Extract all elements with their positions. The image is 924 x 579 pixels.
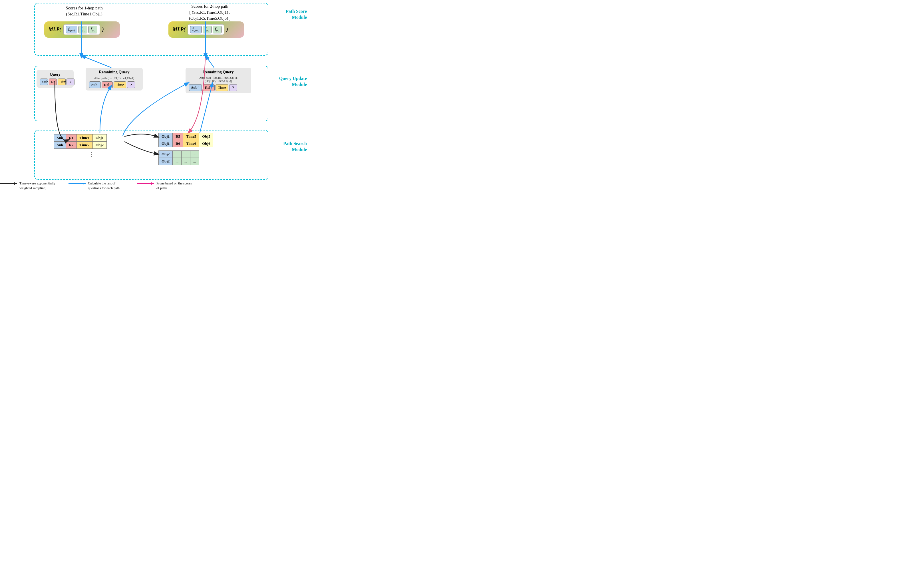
mlp1-features: fqmd fac fpc xyxy=(64,24,100,35)
mlp1-text: MLP( xyxy=(49,26,61,33)
token-sub-1: Sub xyxy=(40,79,48,85)
path-score-label: Path Score Module xyxy=(273,8,307,21)
token-rel-3: Rel" xyxy=(202,84,215,91)
query-update-label: Query Update Module xyxy=(273,76,307,88)
path-table-1: Sub R1 Time1 Obj1 Sub R2 Time2 Obj2 xyxy=(54,134,107,149)
query1-tokens: Sub Rel Time ? xyxy=(40,79,70,85)
query2-subtitle: After path (Src,R1,Time1,Obj1) xyxy=(89,76,139,80)
query3-tokens: Sub" Rel" Time ? xyxy=(189,84,248,91)
score1-title: Scores for 1-hop path(Src,R1,Time1,Obj1) xyxy=(51,5,117,17)
token-time-3: Time xyxy=(215,84,229,91)
query-box-2: Remaining Query After path (Src,R1,Time1… xyxy=(86,68,143,90)
token-sub-2: Sub' xyxy=(89,81,101,88)
legend-black-text: Time-aware exponentially weighted sampli… xyxy=(20,181,57,191)
mlp2-text: MLP( xyxy=(173,26,185,33)
token-sub-3: Sub" xyxy=(189,84,202,91)
legend-arrow-pink xyxy=(137,183,154,184)
query2-tokens: Sub' Rel' Time ? xyxy=(89,81,139,88)
mlp2-close: ) xyxy=(226,26,228,33)
mlp1-container: MLP( fqmd fac fpc ) xyxy=(44,21,120,38)
query3-title: Remaining Query xyxy=(189,70,248,75)
query2-title: Remaining Query xyxy=(89,70,139,75)
dots: ⋮ xyxy=(88,151,94,158)
token-q-2: ? xyxy=(127,81,135,88)
query-box-3: Remaining Query After path [(Src,R1,Time… xyxy=(186,68,251,93)
feat-fqmd-1: fqmd xyxy=(66,26,77,33)
legend-black: Time-aware exponentially weighted sampli… xyxy=(0,181,57,191)
diagram: Path Score Module Query Update Module Pa… xyxy=(0,0,308,193)
legend-blue-text: Calculate the rest of questions for each… xyxy=(88,181,126,191)
path-table-2: Obj1 R5 Time5 Obj5 Obj1 R6 Time6 Obj6 xyxy=(158,133,213,147)
feat-fac-2: fac xyxy=(202,26,212,33)
legend-arrow-blue xyxy=(69,183,86,184)
path-table-3: Obj2 ... ... ... Obj2 ... ... ... xyxy=(158,150,199,165)
query3-subtitle: After path [(Src,R1,Time1,Obj1),(Obj1,R5… xyxy=(189,76,248,82)
token-rel-1: Rel xyxy=(49,79,57,85)
feat-fac-1: fac xyxy=(78,26,87,33)
query-box-1: Query Sub Rel Time ? xyxy=(36,70,73,88)
token-time-2: Time xyxy=(114,81,126,88)
mlp2-container: MLP( fqmd fac fpc ) xyxy=(168,21,244,38)
legend-arrow-black xyxy=(0,183,17,184)
token-q-3: ? xyxy=(229,84,237,91)
feat-fqmd-2: fqmd xyxy=(190,26,202,33)
path-search-label: Path Search Module xyxy=(273,141,307,153)
mlp2-features: fqmd fac fpc xyxy=(188,24,224,35)
query1-title: Query xyxy=(40,72,70,77)
feat-fpc-2: fpc xyxy=(213,26,222,33)
token-time-1: Time xyxy=(58,79,66,85)
token-rel-2: Rel' xyxy=(101,81,113,88)
score2-title: Scores for 2-hop path[ (Src,R1,Time1,Obj… xyxy=(166,3,254,21)
token-q-1: ? xyxy=(67,79,75,85)
legend-blue: Calculate the rest of questions for each… xyxy=(69,181,126,191)
legend: Time-aware exponentially weighted sampli… xyxy=(0,181,194,191)
feat-fpc-1: fpc xyxy=(88,26,97,33)
legend-pink: Prune based on the scores of paths xyxy=(137,181,194,191)
mlp1-close: ) xyxy=(102,26,104,33)
legend-pink-text: Prune based on the scores of paths xyxy=(157,181,194,191)
